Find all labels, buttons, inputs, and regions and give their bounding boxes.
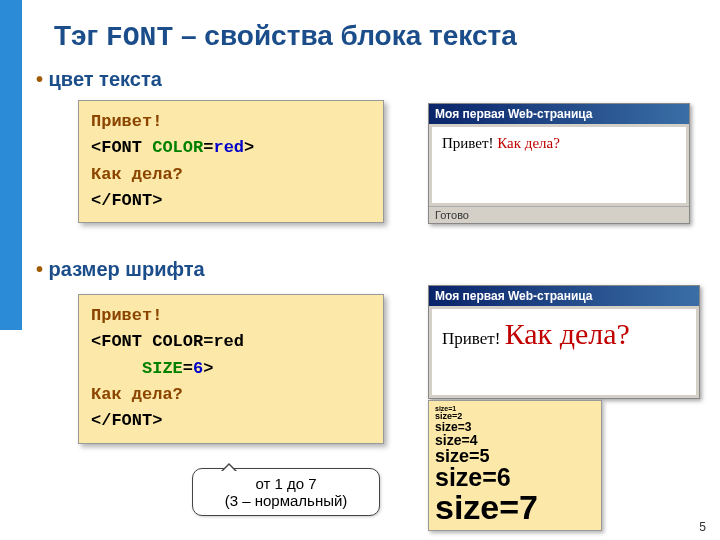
- browser-titlebar: Моя первая Web-страница: [429, 104, 689, 124]
- code-block-size: Привет! <FONT COLOR=red SIZE=6> Как дела…: [78, 294, 384, 444]
- sample-text-red: Как дела?: [497, 135, 560, 151]
- code-text: <FONT: [91, 138, 152, 157]
- code-attr: COLOR: [152, 138, 203, 157]
- code-val: red: [213, 138, 244, 157]
- browser-status: Готово: [429, 206, 689, 223]
- code-val: 6: [193, 359, 203, 378]
- code-text: <FONT COLOR=red: [91, 332, 244, 351]
- code-text: =: [183, 359, 193, 378]
- code-text: Как дела?: [91, 385, 183, 404]
- sample-text: Привет!: [442, 329, 505, 348]
- code-text: Как дела?: [91, 165, 183, 184]
- browser-preview-1: Моя первая Web-страница Привет! Как дела…: [428, 103, 690, 224]
- code-text: </FONT>: [91, 191, 162, 210]
- size-row: size=6: [435, 465, 595, 490]
- browser-preview-2: Моя первая Web-страница Привет! Как дела…: [428, 285, 700, 399]
- page-title: Тэг FONT – свойства блока текста: [54, 20, 517, 53]
- code-attr: SIZE: [142, 359, 183, 378]
- code-text: </FONT>: [91, 411, 162, 430]
- size-row: size=4: [435, 433, 595, 447]
- size-row: size=7: [435, 490, 595, 524]
- sample-text-big: Как дела?: [505, 317, 630, 350]
- title-mono: FONT: [106, 22, 173, 53]
- code-text: [91, 359, 142, 378]
- browser-titlebar: Моя первая Web-страница: [429, 286, 699, 306]
- accent-bar: [0, 0, 22, 330]
- sample-text: Привет!: [442, 135, 497, 151]
- code-text: Привет!: [91, 306, 162, 325]
- browser-viewport: Привет! Как дела?: [432, 127, 686, 203]
- bullet-color: цвет текста: [36, 68, 162, 91]
- font-sizes-demo: size=1 size=2 size=3 size=4 size=5 size=…: [428, 400, 602, 531]
- code-text: Привет!: [91, 112, 162, 131]
- title-post: – свойства блока текста: [173, 20, 517, 51]
- code-text: >: [203, 359, 213, 378]
- title-pre: Тэг: [54, 20, 106, 51]
- bullet-size: размер шрифта: [36, 258, 205, 281]
- code-text: =: [203, 138, 213, 157]
- code-block-color: Привет! <FONT COLOR=red> Как дела? </FON…: [78, 100, 384, 223]
- code-text: >: [244, 138, 254, 157]
- callout-line: от 1 до 7: [201, 475, 371, 492]
- browser-viewport: Привет! Как дела?: [432, 309, 696, 395]
- page-number: 5: [699, 520, 706, 534]
- callout-line: (3 – нормальный): [201, 492, 371, 509]
- callout-note: от 1 до 7 (3 – нормальный): [192, 468, 380, 516]
